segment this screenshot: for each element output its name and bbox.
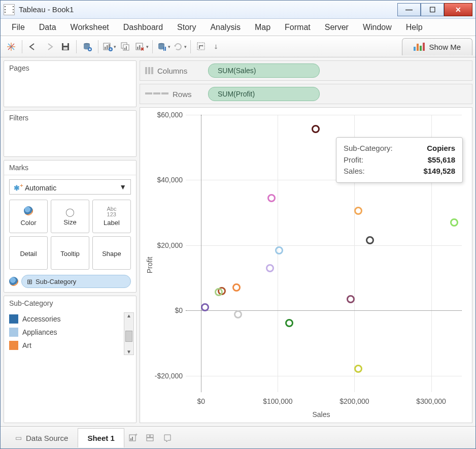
- data-point[interactable]: [234, 310, 242, 318]
- bar-chart-icon: [414, 43, 425, 51]
- new-story-tab-button[interactable]: [159, 429, 176, 446]
- clear-sheet-button[interactable]: [134, 39, 149, 54]
- y-tick-label: $20,000: [148, 241, 183, 249]
- maximize-button[interactable]: ☐: [421, 3, 444, 16]
- columns-pill-sales[interactable]: SUM(Sales): [208, 63, 320, 78]
- redo-button[interactable]: [42, 39, 57, 54]
- show-me-label: Show Me: [429, 43, 461, 51]
- show-me-button[interactable]: Show Me: [402, 38, 472, 55]
- scroll-thumb[interactable]: [125, 331, 132, 342]
- sort-button[interactable]: [210, 39, 225, 54]
- swap-button[interactable]: [194, 39, 209, 54]
- menu-map[interactable]: Map: [248, 20, 278, 35]
- rows-label: Rows: [173, 90, 192, 99]
- auto-updates-button[interactable]: [156, 39, 171, 54]
- svg-rect-22: [163, 47, 164, 51]
- legend-item[interactable]: Art: [9, 339, 131, 352]
- filters-shelf[interactable]: Filters: [4, 110, 137, 157]
- pages-shelf[interactable]: Pages: [4, 60, 137, 107]
- data-point[interactable]: [450, 218, 458, 227]
- new-dashboard-tab-button[interactable]: [142, 429, 159, 446]
- svg-rect-31: [147, 438, 153, 441]
- columns-label: Columns: [157, 67, 187, 75]
- svg-rect-26: [130, 438, 131, 440]
- svg-rect-10: [105, 47, 106, 49]
- menu-server[interactable]: Server: [318, 20, 356, 35]
- scroll-up-icon[interactable]: ▲: [126, 313, 131, 318]
- menu-analysis[interactable]: Analysis: [203, 20, 248, 35]
- marks-tooltip-button[interactable]: Tooltip: [51, 236, 89, 270]
- pages-label: Pages: [4, 61, 136, 75]
- app-icon: ⋮⋮: [4, 4, 15, 15]
- undo-button[interactable]: [25, 39, 41, 54]
- duplicate-sheet-button[interactable]: [118, 39, 133, 54]
- svg-rect-24: [197, 43, 205, 50]
- data-point[interactable]: [266, 264, 274, 272]
- workspace: Pages Filters Marks ✱+ Automatic ▼ Color: [1, 57, 475, 426]
- data-point[interactable]: [366, 236, 374, 244]
- legend-title: Sub-Category: [4, 296, 136, 310]
- marks-color-button[interactable]: Color: [9, 200, 48, 233]
- tableau-logo-icon[interactable]: [4, 39, 19, 54]
- menu-file[interactable]: File: [5, 20, 32, 35]
- data-point[interactable]: [267, 194, 276, 202]
- size-icon: ◯: [65, 207, 75, 217]
- legend-item[interactable]: Accessories: [9, 312, 131, 326]
- save-button[interactable]: [58, 39, 73, 54]
- data-point[interactable]: [215, 288, 223, 296]
- mark-type-dropdown[interactable]: ✱+ Automatic ▼: [9, 179, 131, 195]
- data-point[interactable]: [285, 319, 293, 327]
- close-button[interactable]: ✕: [444, 3, 472, 16]
- filters-label: Filters: [4, 111, 136, 125]
- tab-sheet-1[interactable]: Sheet 1: [78, 428, 124, 447]
- run-update-button[interactable]: [172, 39, 187, 54]
- marks-size-button[interactable]: ◯ Size: [51, 200, 89, 233]
- data-point[interactable]: [312, 125, 320, 133]
- svg-rect-16: [124, 48, 125, 50]
- data-point[interactable]: [354, 207, 362, 215]
- menubar: File Data Worksheet Dashboard Story Anal…: [1, 19, 475, 36]
- marks-label-button[interactable]: Abc123 Label: [92, 200, 131, 233]
- rows-pill-profit[interactable]: SUM(Profit): [208, 87, 320, 101]
- marks-shape-button[interactable]: Shape: [92, 236, 131, 270]
- columns-icon: [145, 67, 153, 74]
- data-point[interactable]: [354, 365, 362, 373]
- menu-help[interactable]: Help: [399, 20, 430, 35]
- rows-shelf[interactable]: Rows SUM(Profit): [140, 84, 472, 104]
- menu-window[interactable]: Window: [356, 20, 399, 35]
- color-pill-subcategory[interactable]: ⊞ Sub-Category: [21, 275, 131, 288]
- data-point[interactable]: [201, 303, 209, 311]
- viz-canvas[interactable]: Profit $0$100,000$200,000$300,000-$20,00…: [140, 107, 472, 423]
- svg-rect-27: [132, 437, 133, 440]
- tooltip: Sub-Category:Copiers Profit:$55,618 Sale…: [336, 137, 463, 183]
- legend-scrollbar[interactable]: ▲ ▼: [124, 312, 134, 355]
- legend-swatch-icon: [9, 341, 18, 350]
- new-worksheet-button[interactable]: [101, 39, 117, 54]
- data-point[interactable]: [347, 295, 355, 303]
- scroll-down-icon[interactable]: ▼: [126, 349, 131, 355]
- new-data-source-button[interactable]: [80, 39, 95, 54]
- minimize-button[interactable]: —: [397, 3, 421, 16]
- columns-shelf[interactable]: Columns SUM(Sales): [140, 60, 472, 81]
- menu-format[interactable]: Format: [278, 20, 318, 35]
- y-tick-label: $40,000: [148, 176, 183, 184]
- x-tick-label: $0: [197, 397, 205, 405]
- new-worksheet-tab-button[interactable]: +: [124, 429, 142, 446]
- menu-dashboard[interactable]: Dashboard: [116, 20, 170, 35]
- marks-detail-button[interactable]: Detail: [9, 236, 48, 270]
- svg-text:+: +: [135, 433, 138, 437]
- menu-story[interactable]: Story: [170, 20, 203, 35]
- rows-icon: [145, 92, 168, 95]
- data-point[interactable]: [275, 246, 283, 254]
- titlebar: ⋮⋮ Tableau - Book1 — ☐ ✕: [1, 1, 475, 19]
- tab-data-source[interactable]: ▭ Data Source: [6, 428, 78, 447]
- svg-rect-19: [137, 47, 139, 49]
- legend-item[interactable]: Appliances: [9, 326, 131, 339]
- data-point[interactable]: [232, 283, 241, 292]
- menu-worksheet[interactable]: Worksheet: [63, 20, 116, 35]
- svg-rect-6: [63, 47, 67, 50]
- y-tick-label: $60,000: [148, 111, 183, 119]
- view-area: Columns SUM(Sales) Rows SUM(Profit) Prof…: [139, 57, 475, 426]
- menu-data[interactable]: Data: [32, 20, 63, 35]
- marks-label: Marks: [4, 161, 136, 175]
